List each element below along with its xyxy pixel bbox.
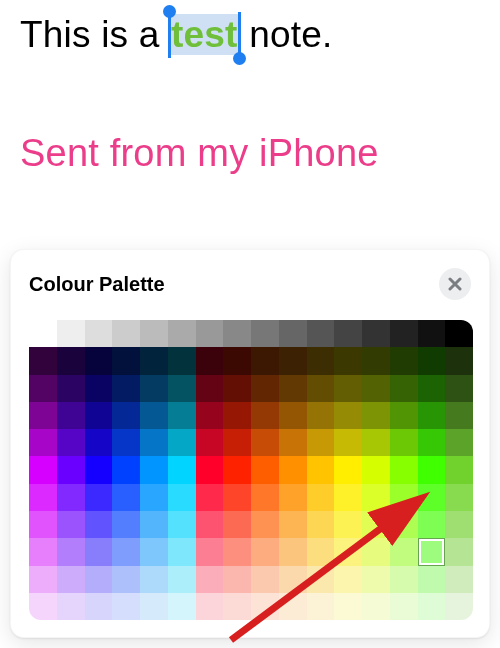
colour-swatch[interactable]: [251, 511, 279, 538]
colour-swatch[interactable]: [307, 402, 335, 429]
colour-swatch[interactable]: [334, 429, 362, 456]
colour-swatch[interactable]: [112, 538, 140, 565]
colour-swatch[interactable]: [279, 429, 307, 456]
colour-swatch[interactable]: [223, 429, 251, 456]
colour-swatch[interactable]: [168, 566, 196, 593]
colour-swatch[interactable]: [57, 484, 85, 511]
selection-handle-end[interactable]: [233, 52, 246, 65]
colour-swatch[interactable]: [196, 538, 224, 565]
colour-swatch[interactable]: [29, 402, 57, 429]
colour-swatch[interactable]: [418, 375, 446, 402]
colour-swatch[interactable]: [112, 347, 140, 374]
colour-grid[interactable]: [29, 320, 473, 620]
colour-swatch[interactable]: [445, 320, 473, 347]
colour-swatch[interactable]: [362, 456, 390, 483]
colour-swatch[interactable]: [223, 593, 251, 620]
colour-swatch[interactable]: [390, 593, 418, 620]
colour-swatch[interactable]: [445, 593, 473, 620]
colour-swatch[interactable]: [334, 566, 362, 593]
colour-swatch[interactable]: [57, 538, 85, 565]
colour-swatch[interactable]: [307, 593, 335, 620]
colour-swatch[interactable]: [307, 429, 335, 456]
colour-swatch[interactable]: [390, 375, 418, 402]
colour-swatch[interactable]: [251, 593, 279, 620]
colour-swatch[interactable]: [29, 566, 57, 593]
colour-swatch[interactable]: [307, 538, 335, 565]
colour-swatch[interactable]: [307, 375, 335, 402]
colour-swatch[interactable]: [196, 347, 224, 374]
colour-swatch[interactable]: [362, 347, 390, 374]
colour-swatch[interactable]: [307, 347, 335, 374]
colour-swatch[interactable]: [223, 456, 251, 483]
colour-swatch[interactable]: [223, 484, 251, 511]
colour-swatch[interactable]: [168, 456, 196, 483]
colour-swatch[interactable]: [140, 538, 168, 565]
colour-swatch[interactable]: [445, 375, 473, 402]
colour-swatch[interactable]: [279, 347, 307, 374]
colour-swatch[interactable]: [223, 375, 251, 402]
email-signature[interactable]: Sent from my iPhone: [20, 132, 480, 175]
colour-swatch[interactable]: [140, 566, 168, 593]
colour-swatch[interactable]: [279, 566, 307, 593]
colour-swatch[interactable]: [362, 402, 390, 429]
colour-swatch[interactable]: [251, 456, 279, 483]
colour-swatch[interactable]: [418, 456, 446, 483]
colour-swatch[interactable]: [307, 511, 335, 538]
colour-swatch[interactable]: [223, 511, 251, 538]
colour-swatch[interactable]: [334, 456, 362, 483]
colour-swatch[interactable]: [85, 456, 113, 483]
colour-swatch[interactable]: [390, 456, 418, 483]
colour-swatch[interactable]: [362, 484, 390, 511]
colour-swatch[interactable]: [140, 593, 168, 620]
colour-swatch[interactable]: [196, 375, 224, 402]
colour-swatch[interactable]: [279, 320, 307, 347]
colour-swatch[interactable]: [390, 429, 418, 456]
selection-handle-start[interactable]: [163, 5, 176, 18]
colour-swatch[interactable]: [57, 511, 85, 538]
colour-swatch[interactable]: [112, 456, 140, 483]
colour-swatch[interactable]: [168, 593, 196, 620]
colour-swatch[interactable]: [251, 429, 279, 456]
colour-swatch[interactable]: [196, 593, 224, 620]
colour-swatch[interactable]: [29, 511, 57, 538]
colour-swatch[interactable]: [390, 538, 418, 565]
colour-swatch[interactable]: [279, 456, 307, 483]
colour-swatch[interactable]: [57, 566, 85, 593]
colour-swatch[interactable]: [140, 347, 168, 374]
colour-swatch[interactable]: [390, 320, 418, 347]
colour-swatch[interactable]: [251, 484, 279, 511]
colour-swatch[interactable]: [334, 347, 362, 374]
colour-swatch[interactable]: [29, 375, 57, 402]
colour-swatch[interactable]: [57, 402, 85, 429]
colour-swatch[interactable]: [112, 484, 140, 511]
colour-swatch[interactable]: [251, 375, 279, 402]
colour-swatch[interactable]: [57, 593, 85, 620]
colour-swatch[interactable]: [445, 484, 473, 511]
colour-swatch[interactable]: [334, 511, 362, 538]
colour-swatch[interactable]: [112, 593, 140, 620]
note-line-1[interactable]: This is a test note.: [20, 14, 480, 56]
colour-swatch[interactable]: [85, 593, 113, 620]
colour-swatch[interactable]: [251, 566, 279, 593]
colour-swatch[interactable]: [418, 429, 446, 456]
colour-swatch[interactable]: [445, 456, 473, 483]
colour-swatch[interactable]: [57, 347, 85, 374]
colour-swatch[interactable]: [390, 402, 418, 429]
colour-swatch[interactable]: [196, 429, 224, 456]
colour-swatch[interactable]: [168, 484, 196, 511]
colour-swatch[interactable]: [362, 538, 390, 565]
colour-swatch[interactable]: [223, 566, 251, 593]
colour-swatch[interactable]: [418, 320, 446, 347]
colour-swatch[interactable]: [57, 375, 85, 402]
colour-swatch[interactable]: [29, 484, 57, 511]
colour-swatch[interactable]: [140, 511, 168, 538]
colour-swatch[interactable]: [279, 538, 307, 565]
colour-swatch[interactable]: [196, 402, 224, 429]
colour-swatch[interactable]: [334, 320, 362, 347]
colour-swatch[interactable]: [334, 593, 362, 620]
colour-swatch[interactable]: [445, 566, 473, 593]
colour-swatch[interactable]: [362, 429, 390, 456]
colour-swatch[interactable]: [418, 511, 446, 538]
colour-swatch[interactable]: [279, 402, 307, 429]
colour-swatch[interactable]: [307, 484, 335, 511]
